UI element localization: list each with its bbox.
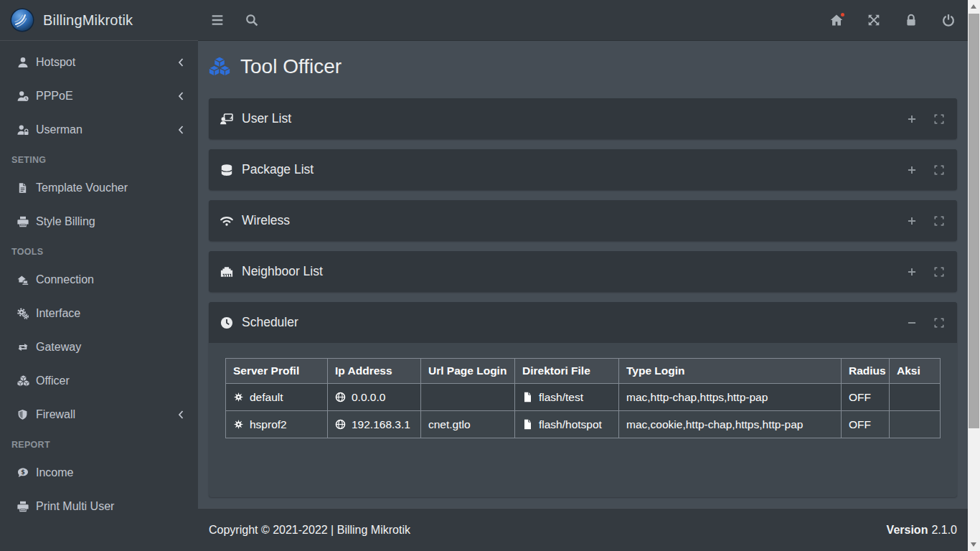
plus-icon bbox=[907, 114, 917, 124]
collapse-toggle-button[interactable] bbox=[905, 265, 918, 278]
lock-button[interactable] bbox=[905, 14, 918, 27]
table-header-row: Server Profil Ip Address Url Page Login … bbox=[226, 359, 941, 384]
sidebar-item-interface[interactable]: Interface bbox=[6, 298, 192, 329]
main-area: Tool Officer User List bbox=[198, 0, 968, 551]
expand-arrows-icon bbox=[867, 14, 880, 27]
house-laptop-icon bbox=[17, 274, 36, 286]
top-navbar bbox=[198, 0, 968, 41]
database-icon bbox=[220, 164, 233, 176]
lock-icon bbox=[905, 14, 918, 27]
collapse-toggle-button[interactable] bbox=[905, 164, 918, 176]
sidebar-item-label: Interface bbox=[36, 307, 187, 320]
panel-wireless-header: Wireless bbox=[209, 200, 957, 241]
scrollbar-up-arrow-icon[interactable] bbox=[971, 4, 976, 9]
sidebar-toggle-button[interactable] bbox=[211, 14, 224, 27]
sidebar-item-hotspot[interactable]: Hotspot bbox=[6, 47, 192, 77]
sidebar-item-officer[interactable]: Officer bbox=[6, 365, 192, 396]
panel-title: Wireless bbox=[242, 213, 897, 228]
collapse-toggle-button[interactable] bbox=[905, 113, 918, 126]
clock-icon bbox=[220, 316, 233, 329]
brand[interactable]: BillingMikrotik bbox=[0, 0, 198, 41]
panel-wireless: Wireless bbox=[209, 200, 957, 241]
sidebar-item-print-multi-user[interactable]: Print Multi User bbox=[6, 491, 192, 522]
scrollbar-down-arrow-icon[interactable] bbox=[971, 542, 976, 547]
sidebar-section-report: REPORT bbox=[6, 433, 192, 457]
col-type-login: Type Login bbox=[619, 359, 842, 384]
version-text: Version2.1.0 bbox=[887, 524, 957, 537]
sidebar: BillingMikrotik Hotspot PPPoE bbox=[0, 0, 198, 551]
maximize-button[interactable] bbox=[933, 113, 946, 126]
sidebar-item-label: Connection bbox=[36, 273, 187, 286]
sidebar-item-firewall[interactable]: Firewall bbox=[6, 399, 192, 430]
collapse-toggle-button[interactable] bbox=[905, 316, 918, 329]
chevron-left-icon bbox=[178, 126, 187, 134]
col-radius: Radius bbox=[842, 359, 890, 384]
panel-neighboor-list: Neighboor List bbox=[209, 251, 957, 292]
sidebar-item-label: Userman bbox=[36, 123, 178, 136]
cubes-icon bbox=[17, 375, 36, 387]
version-value: 2.1.0 bbox=[931, 524, 957, 536]
panel-title: Package List bbox=[242, 162, 897, 177]
wifi-icon bbox=[220, 215, 233, 227]
maximize-button[interactable] bbox=[933, 164, 946, 176]
sidebar-item-pppoe[interactable]: PPPoE bbox=[6, 80, 192, 111]
home-button[interactable] bbox=[830, 14, 843, 27]
search-icon bbox=[245, 14, 258, 27]
app-window: BillingMikrotik Hotspot PPPoE bbox=[0, 0, 968, 551]
ethernet-icon bbox=[220, 265, 233, 278]
panel-neighboor-list-header: Neighboor List bbox=[209, 251, 957, 292]
sidebar-item-label: PPPoE bbox=[36, 90, 178, 103]
window-scrollbar[interactable] bbox=[968, 0, 980, 551]
gears-icon bbox=[17, 308, 36, 319]
sidebar-item-style-billing[interactable]: Style Billing bbox=[6, 206, 192, 237]
sidebar-item-label: Gateway bbox=[36, 341, 187, 354]
col-direktori-file: Direktori File bbox=[515, 359, 619, 384]
sidebar-item-template-voucher[interactable]: Template Voucher bbox=[6, 172, 192, 203]
globe-icon bbox=[335, 419, 346, 430]
expand-corners-icon bbox=[934, 216, 944, 226]
panel-package-list: Package List bbox=[209, 149, 957, 190]
sidebar-item-connection[interactable]: Connection bbox=[6, 264, 192, 295]
sidebar-section-seting: SETING bbox=[6, 148, 192, 172]
user-clock-icon bbox=[17, 90, 36, 102]
maximize-button[interactable] bbox=[933, 265, 946, 278]
sidebar-item-label: Income bbox=[36, 466, 187, 479]
sidebar-item-label: Hotspot bbox=[36, 56, 178, 69]
user-list-icon bbox=[220, 113, 233, 126]
search-button[interactable] bbox=[245, 14, 258, 27]
chevron-left-icon bbox=[178, 410, 187, 419]
cell-aksi bbox=[890, 384, 941, 411]
sidebar-item-label: Style Billing bbox=[36, 215, 187, 228]
logout-button[interactable] bbox=[942, 14, 955, 27]
maximize-button[interactable] bbox=[933, 215, 946, 227]
sidebar-item-label: Officer bbox=[36, 375, 187, 387]
cell-server-profil: default bbox=[226, 384, 328, 411]
maximize-button[interactable] bbox=[933, 316, 946, 329]
chevron-left-icon bbox=[178, 58, 187, 67]
collapse-toggle-button[interactable] bbox=[905, 215, 918, 227]
fullscreen-button[interactable] bbox=[867, 14, 880, 27]
sidebar-item-gateway[interactable]: Gateway bbox=[6, 331, 192, 362]
plus-icon bbox=[907, 216, 917, 226]
panel-scheduler: Scheduler Server Profil bbox=[209, 302, 957, 497]
expand-corners-icon bbox=[934, 165, 944, 175]
copyright-text: Copyright © 2021-2022 | Billing Mikrotik bbox=[209, 524, 410, 537]
sidebar-item-label: Template Voucher bbox=[36, 182, 187, 194]
cell-ip-address: 0.0.0.0 bbox=[328, 384, 421, 411]
scrollbar-thumb[interactable] bbox=[969, 14, 979, 428]
chevron-left-icon bbox=[178, 92, 187, 100]
file-icon bbox=[522, 419, 533, 430]
cell-url-page-login bbox=[421, 384, 515, 411]
file-icon bbox=[522, 392, 533, 402]
sidebar-section-tools: TOOLS bbox=[6, 240, 192, 264]
svg-text:$: $ bbox=[21, 468, 25, 475]
cell-ip-address: 192.168.3.1 bbox=[328, 411, 421, 438]
mikrotik-logo-icon bbox=[10, 8, 34, 32]
panel-scheduler-body: Server Profil Ip Address Url Page Login … bbox=[209, 343, 957, 497]
col-aksi: Aksi bbox=[890, 359, 941, 384]
table-row: default 0.0.0.0 flash/test mac,http-chap… bbox=[226, 384, 941, 411]
panel-title: Scheduler bbox=[242, 315, 897, 330]
sidebar-item-userman[interactable]: Userman bbox=[6, 114, 192, 145]
file-lines-icon bbox=[17, 182, 36, 194]
sidebar-item-income[interactable]: $ Income bbox=[6, 457, 192, 488]
